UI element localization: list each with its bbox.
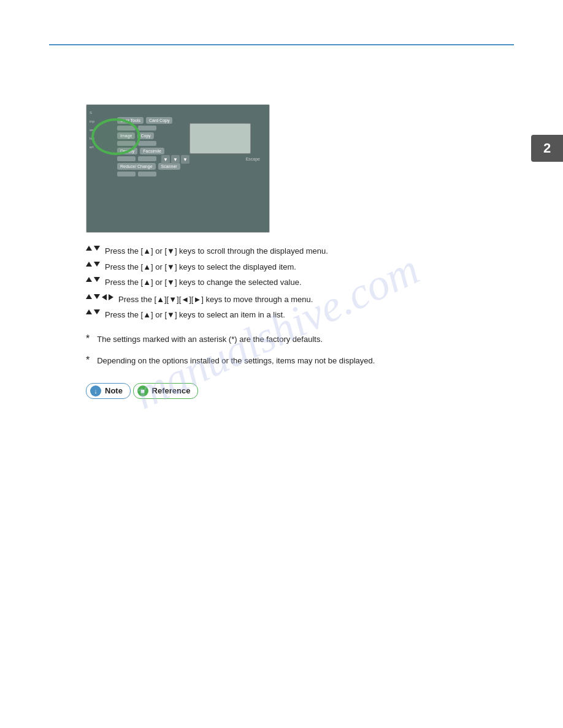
printer-panel-image: S inp se/ hift erl User Tools Card Copy … (86, 104, 270, 233)
bullet-item-2: Press the [▲] or [▼] keys to select the … (86, 261, 477, 273)
asterisk-note-1: * The settings marked with an asterisk (… (86, 333, 477, 346)
nav-arrow-down-3: ▼ (181, 155, 190, 164)
panel-row-4: Reduce/ Change Scanner (117, 163, 266, 170)
copy-sub (138, 141, 156, 146)
escape-label: Escape (246, 157, 260, 161)
page-container: 2 S inp se/ hift erl User Tools Card Cop… (0, 0, 563, 728)
panel-nav-arrows: ▼ ▼ ▼ (161, 155, 190, 164)
density-sub (117, 156, 136, 161)
bullet-item-3: Press the [▲] or [▼] keys to change the … (86, 276, 477, 289)
arrow-down-icon (94, 294, 100, 299)
chapter-tab: 2 (531, 135, 563, 162)
label-input: inp (90, 119, 94, 123)
reference-badge: ■ Reference (133, 383, 199, 399)
arrows-up-down-1 (86, 246, 100, 251)
asterisk-note-2: * Depending on the options installed or … (86, 355, 477, 367)
note-label: Note (105, 386, 123, 395)
bullet-item-1: Press the [▲] or [▼] keys to scroll thro… (86, 245, 477, 257)
arrow-up-icon (86, 294, 92, 299)
nav-arrow-down-2: ▼ (171, 155, 180, 164)
panel-display-screen (190, 123, 251, 154)
panel-row-4b (117, 172, 266, 176)
bullet-text-2: Press the [▲] or [▼] keys to select the … (105, 261, 296, 273)
arrows-up-down-3 (86, 277, 100, 282)
arrow-left-icon (102, 294, 107, 300)
asterisk-text-1: The settings marked with an asterisk (*)… (97, 333, 323, 346)
highlight-circle (91, 118, 140, 155)
bullet-text-4: Press the [▲][▼][◄][►] keys to move thro… (118, 294, 313, 306)
reference-icon: ■ (137, 385, 148, 396)
arrow-up-icon (86, 262, 92, 267)
arrow-down-icon (94, 309, 100, 314)
arrow-down-icon (94, 262, 100, 267)
arrows-up-down-5 (86, 309, 100, 314)
content-area: Press the [▲] or [▼] keys to scroll thro… (86, 245, 477, 404)
reference-label: Reference (152, 386, 191, 395)
arrow-down-icon (94, 277, 100, 282)
panel-row-3b (117, 156, 266, 161)
bullet-text-3: Press the [▲] or [▼] keys to change the … (105, 276, 302, 289)
asterisk-symbol-1: * (86, 333, 90, 344)
top-decorative-line (49, 44, 514, 45)
nav-arrow-down-1: ▼ (161, 155, 170, 164)
card-copy-sub (138, 126, 156, 131)
arrow-up-icon (86, 277, 92, 282)
arrows-four-dir (86, 294, 113, 300)
arrow-up-icon (86, 309, 92, 314)
asterisk-symbol-2: * (86, 355, 90, 366)
arrows-up-down-2 (86, 262, 100, 267)
card-copy-btn: Card Copy (146, 117, 172, 124)
arrow-down-icon (94, 246, 100, 251)
facsimile-sub (138, 156, 156, 161)
bullet-text-5: Press the [▲] or [▼] keys to select an i… (105, 309, 285, 321)
scanner-btn: Scanner (158, 163, 180, 170)
bullet-text-1: Press the [▲] or [▼] keys to scroll thro… (105, 245, 328, 257)
reduce-change-btn: Reduce/ Change (117, 163, 156, 170)
chapter-number: 2 (543, 140, 551, 156)
note-icon-symbol: ↓ (94, 387, 98, 395)
scanner-sub (138, 172, 156, 176)
note-icon: ↓ (90, 385, 101, 396)
arrow-up-icon (86, 246, 92, 251)
bullet-item-4: Press the [▲][▼][◄][►] keys to move thro… (86, 294, 477, 306)
arrow-right-icon (109, 294, 113, 300)
label-s: S (90, 111, 94, 115)
label-erl: erl (90, 145, 94, 149)
reduce-sub (117, 172, 136, 176)
facsimile-btn: Facsimile (140, 148, 164, 154)
note-badge: ↓ Note (86, 383, 131, 399)
bullet-item-5: Press the [▲] or [▼] keys to select an i… (86, 309, 477, 321)
reference-icon-symbol: ■ (140, 387, 145, 395)
asterisk-text-2: Depending on the options installed or th… (97, 355, 375, 367)
